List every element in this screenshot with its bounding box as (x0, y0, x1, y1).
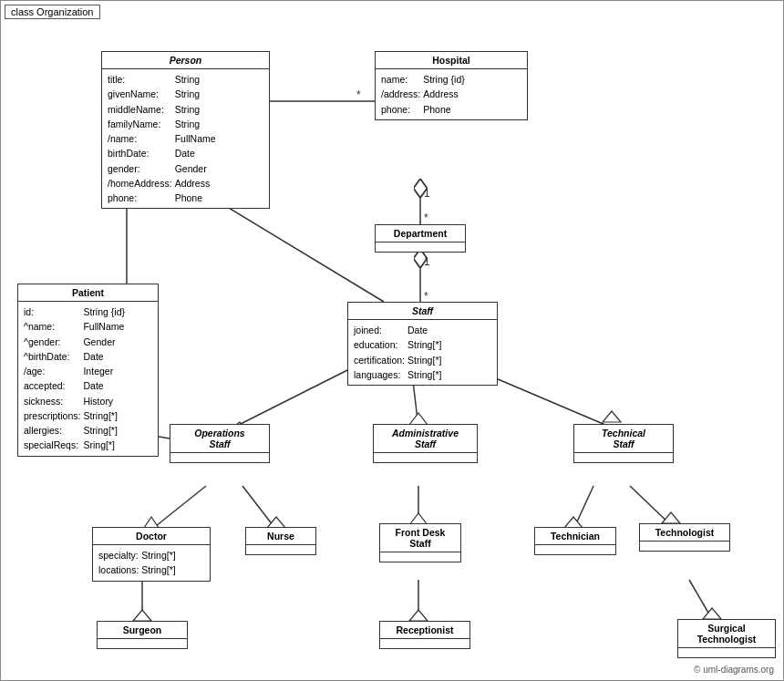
patient-body: id:String {id} ^name:FullName ^gender:Ge… (18, 302, 158, 456)
receptionist-class: Receptionist (379, 621, 470, 649)
tech-staff-header: Technical Staff (574, 425, 673, 453)
svg-marker-40 (703, 608, 721, 619)
svg-marker-24 (603, 411, 621, 422)
admin-staff-class: Administrative Staff (373, 424, 478, 463)
front-desk-body (380, 552, 460, 562)
svg-text:*: * (356, 88, 361, 101)
ops-staff-class: Operations Staff (170, 424, 270, 463)
svg-text:1: 1 (424, 187, 430, 200)
patient-class: Patient id:String {id} ^name:FullName ^g… (17, 284, 159, 457)
staff-header: Staff (348, 303, 497, 320)
technologist-body (640, 542, 729, 551)
hospital-body: name:String {id} /address:Address phone:… (376, 69, 527, 119)
svg-text:*: * (424, 212, 428, 224)
staff-body: joined:Date education:String[*] certific… (348, 320, 497, 385)
svg-line-19 (233, 366, 356, 428)
tech-staff-body (574, 453, 673, 462)
surgical-tech-header: Surgical Technologist (678, 620, 775, 648)
tech-staff-class: Technical Staff (573, 424, 674, 463)
staff-class: Staff joined:Date education:String[*] ce… (347, 302, 498, 386)
copyright: © uml-diagrams.org (694, 665, 774, 675)
nurse-body (246, 545, 315, 554)
svg-line-31 (573, 486, 593, 530)
surgical-tech-class: Surgical Technologist (677, 619, 776, 658)
surgeon-class: Surgeon (97, 621, 188, 649)
svg-text:*: * (424, 290, 428, 303)
doctor-body: specialty:String[*] locations:String[*] (93, 545, 210, 581)
front-desk-class: Front Desk Staff (379, 523, 461, 562)
svg-line-27 (242, 486, 276, 530)
doctor-class: Doctor specialty:String[*] locations:Str… (92, 527, 211, 582)
technician-header: Technician (535, 528, 615, 545)
receptionist-header: Receptionist (380, 622, 469, 639)
technician-body (535, 545, 615, 554)
svg-marker-38 (409, 610, 428, 621)
hospital-class: Hospital name:String {id} /address:Addre… (375, 51, 528, 120)
ops-staff-body (170, 453, 269, 462)
admin-staff-header: Administrative Staff (374, 425, 477, 453)
nurse-class: Nurse (245, 527, 316, 555)
surgical-tech-body (678, 648, 775, 657)
technologist-class: Technologist (639, 523, 730, 552)
svg-marker-34 (662, 512, 680, 523)
svg-line-39 (689, 580, 712, 619)
front-desk-header: Front Desk Staff (380, 524, 460, 552)
nurse-header: Nurse (246, 528, 315, 545)
department-header: Department (376, 225, 465, 242)
ops-staff-header: Operations Staff (170, 425, 269, 453)
svg-line-25 (151, 486, 206, 530)
technician-class: Technician (534, 527, 616, 555)
svg-text:1: 1 (424, 255, 430, 268)
person-class: Person title:String givenName:String mid… (101, 51, 270, 209)
svg-marker-36 (133, 610, 151, 621)
department-body (376, 242, 465, 252)
person-body: title:String givenName:String middleName… (102, 69, 269, 208)
svg-line-14 (211, 197, 384, 302)
hospital-header: Hospital (376, 52, 527, 69)
receptionist-body (380, 639, 469, 648)
department-class: Department (375, 224, 466, 253)
doctor-header: Doctor (93, 528, 210, 545)
admin-staff-body (374, 453, 477, 462)
surgeon-body (98, 639, 187, 648)
diagram: class Organization * * 1 * (0, 0, 784, 681)
technologist-header: Technologist (640, 524, 729, 542)
frame-label: class Organization (5, 5, 100, 19)
svg-line-33 (630, 486, 671, 525)
patient-header: Patient (18, 284, 158, 302)
person-header: Person (102, 52, 269, 69)
surgeon-header: Surgeon (98, 622, 187, 639)
